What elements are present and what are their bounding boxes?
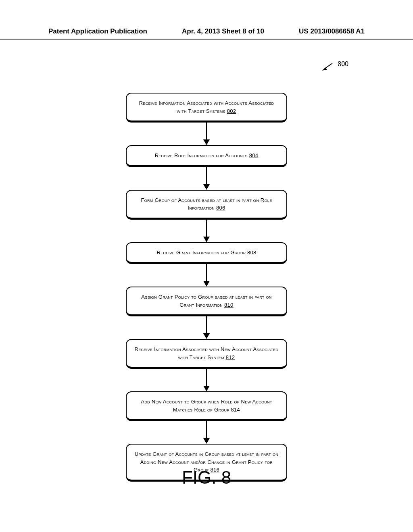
step-ref: 804 — [249, 152, 259, 158]
flow-connector — [203, 167, 210, 190]
flow-step: Add New Account to Group when Role of Ne… — [126, 391, 287, 421]
flow-connector — [203, 220, 210, 242]
step-ref: 806 — [216, 205, 225, 211]
step-text: Receive Information Associated with Acco… — [139, 100, 274, 114]
page-header: Patent Application Publication Apr. 4, 2… — [0, 27, 413, 39]
figure-ref-number: 800 — [338, 60, 348, 68]
step-ref: 802 — [227, 108, 236, 114]
flow-step: Assign Grant Policy to Group based at le… — [126, 287, 287, 316]
flow-step: Receive Role Information for Accounts 80… — [126, 145, 287, 167]
step-text: Assign Grant Policy to Group based at le… — [141, 294, 271, 308]
ref-arrow-icon — [321, 62, 333, 71]
flow-connector — [203, 369, 210, 391]
flowchart: Receive Information Associated with Acco… — [0, 93, 413, 482]
step-text: Receive Information Associated with New … — [135, 346, 279, 360]
flow-step: Form Group of Accounts based at least in… — [126, 190, 287, 220]
header-left: Patent Application Publication — [48, 27, 147, 35]
svg-marker-1 — [322, 67, 327, 71]
figure-caption: FIG. 8 — [0, 468, 413, 488]
flow-connector — [203, 264, 210, 287]
flow-step: Receive Information Associated with Acco… — [126, 93, 287, 123]
step-text: Receive Role Information for Accounts — [155, 152, 248, 158]
header-center: Apr. 4, 2013 Sheet 8 of 10 — [182, 27, 264, 35]
step-text: Add New Account to Group when Role of Ne… — [141, 399, 272, 413]
flow-step: Receive Information Associated with New … — [126, 339, 287, 369]
step-ref: 810 — [224, 302, 234, 308]
flow-connector — [203, 123, 210, 145]
flow-step: Receive Grant Information for Group 808 — [126, 242, 287, 264]
flow-connector — [203, 316, 210, 339]
flow-connector — [203, 421, 210, 444]
header-right: US 2013/0086658 A1 — [299, 27, 365, 35]
step-ref: 812 — [226, 354, 235, 360]
step-text: Receive Grant Information for Group — [156, 249, 246, 256]
step-text: Form Group of Accounts based at least in… — [141, 197, 272, 211]
step-ref: 814 — [231, 407, 240, 413]
step-ref: 808 — [247, 249, 257, 256]
